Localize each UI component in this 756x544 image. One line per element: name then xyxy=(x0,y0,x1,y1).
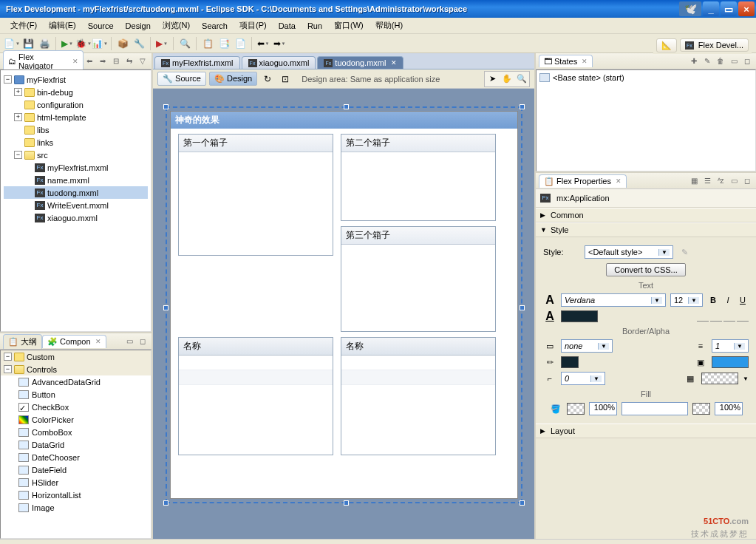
editor-tab[interactable]: Fxxiaoguo.mxml xyxy=(242,56,316,69)
folder-node[interactable]: +bin-debug xyxy=(4,86,148,98)
menu-design[interactable]: Design xyxy=(120,20,157,32)
component-item[interactable]: ColorPicker xyxy=(1,413,151,426)
menu-icon[interactable]: ▽ xyxy=(137,55,149,67)
folder-node[interactable]: links xyxy=(4,136,148,149)
export-button[interactable]: 📦 xyxy=(115,36,130,51)
text-color-swatch[interactable] xyxy=(561,310,598,322)
expander-icon[interactable]: + xyxy=(14,113,22,121)
datagrid-2[interactable]: 名称 xyxy=(341,337,496,455)
min-icon[interactable]: ▭ xyxy=(728,175,740,187)
menu-project[interactable]: 项目(P) xyxy=(234,18,273,33)
datagrid-1[interactable]: 名称 xyxy=(178,337,333,455)
border-width-combo[interactable]: 1▼ xyxy=(712,339,749,353)
fill-end-swatch[interactable] xyxy=(692,403,710,415)
align-left-icon[interactable] xyxy=(697,311,709,322)
new-state-icon[interactable]: ✚ xyxy=(688,55,700,67)
delete-state-icon[interactable]: 🗑 xyxy=(715,55,726,67)
link-icon[interactable]: ⇆ xyxy=(123,55,135,67)
editor-tab[interactable]: FxmyFlexfrist.mxml xyxy=(154,56,240,69)
design-canvas-area[interactable]: 神奇的效果 第一个箱子 第二个箱子 第三个箱子 名称 名称 xyxy=(153,89,534,539)
convert-css-button[interactable]: Convert to CSS... xyxy=(606,263,686,276)
underline-button[interactable]: U xyxy=(737,296,749,305)
max-icon[interactable]: ◻ xyxy=(741,175,753,187)
max-icon[interactable]: ◻ xyxy=(741,55,753,67)
align-center-icon[interactable] xyxy=(710,311,722,322)
component-item[interactable]: AdvancedDataGrid xyxy=(1,375,151,388)
menu-file[interactable]: 文件(F) xyxy=(4,18,43,33)
section-layout[interactable]: ▶Layout xyxy=(536,424,756,438)
fill-start-swatch[interactable] xyxy=(567,403,585,415)
expander-icon[interactable]: + xyxy=(14,88,22,96)
outline-tab[interactable]: 📋大纲 xyxy=(3,334,42,349)
properties-tab[interactable]: 📋Flex Properties✕ xyxy=(539,174,627,188)
min-icon[interactable]: ▭ xyxy=(123,336,135,347)
profile-button[interactable]: 📊▼ xyxy=(92,36,107,51)
states-list[interactable]: <Base state> (start) xyxy=(536,69,756,171)
folder-node[interactable]: configuration xyxy=(4,98,148,111)
menu-help[interactable]: 帮助(H) xyxy=(370,18,409,33)
min-icon[interactable]: ▭ xyxy=(728,55,740,67)
font-color-icon[interactable]: A xyxy=(543,294,556,306)
file-node[interactable]: FxmyFlexfrist.mxml xyxy=(4,161,148,174)
section-style[interactable]: ▼Style xyxy=(536,222,756,237)
pointer-tool[interactable]: ➤ xyxy=(486,72,499,86)
expander-icon[interactable]: − xyxy=(4,353,12,361)
max-icon[interactable]: ◻ xyxy=(137,336,149,347)
expander-icon[interactable]: − xyxy=(4,75,12,84)
component-item[interactable]: HSlider xyxy=(1,476,151,489)
print-button[interactable]: 🖨️ xyxy=(37,36,52,51)
panel-box-1[interactable]: 第一个箱子 xyxy=(178,134,333,256)
grid-column-header[interactable]: 名称 xyxy=(341,338,495,356)
debug-button[interactable]: 🐞▼ xyxy=(76,36,91,51)
component-item[interactable]: HorizontalList xyxy=(1,489,151,501)
back-button[interactable]: ⬅▼ xyxy=(256,36,270,51)
file-node[interactable]: Fxname.mxml xyxy=(4,174,148,186)
component-item[interactable]: DateField xyxy=(1,463,151,476)
standard-view-icon[interactable]: ▦ xyxy=(688,175,700,187)
hand-tool[interactable]: ✋ xyxy=(500,72,514,86)
menu-edit[interactable]: 编辑(E) xyxy=(43,18,82,33)
minimize-button[interactable]: _ xyxy=(703,1,719,16)
design-mode-button[interactable]: 🎨 Design xyxy=(209,72,257,86)
open-perspective-button[interactable]: 📐 xyxy=(656,38,677,52)
base-state-item[interactable]: <Base state> (start) xyxy=(539,73,752,82)
navigator-tree[interactable]: −myFlexfrist +bin-debug configuration +h… xyxy=(0,69,151,332)
file-node[interactable]: FxWriteEvent.mxml xyxy=(4,199,148,211)
close-icon[interactable]: ✕ xyxy=(72,58,78,65)
group-controls[interactable]: −Controls xyxy=(1,363,151,375)
menu-run[interactable]: Run xyxy=(302,20,328,32)
align-justify-icon[interactable] xyxy=(737,311,749,322)
alpha-view-icon[interactable]: ᴬz xyxy=(715,175,726,187)
menu-source[interactable]: Source xyxy=(82,20,120,32)
close-button[interactable]: × xyxy=(738,1,755,16)
edit-state-icon[interactable]: ✎ xyxy=(701,55,713,67)
ext-tools-button[interactable]: ▶▼ xyxy=(154,36,169,51)
application-canvas[interactable]: 神奇的效果 第一个箱子 第二个箱子 第三个箱子 名称 名称 xyxy=(170,111,518,499)
flex-perspective-button[interactable]: FxFlex Devel... xyxy=(680,38,749,52)
states-tab[interactable]: 🗔States✕ xyxy=(539,55,593,67)
close-icon[interactable]: ✕ xyxy=(582,58,588,65)
navigator-tab[interactable]: 🗂Flex Navigator✕ xyxy=(3,50,84,72)
expander-icon[interactable]: − xyxy=(4,365,12,373)
component-item[interactable]: DateChooser xyxy=(1,451,151,463)
italic-button[interactable]: I xyxy=(722,296,734,305)
text-color-icon[interactable]: A xyxy=(543,310,556,322)
component-item[interactable]: Button xyxy=(1,388,151,401)
panel-box-3[interactable]: 第三个箱子 xyxy=(341,226,496,332)
category-view-icon[interactable]: ☰ xyxy=(701,175,713,187)
border-color-swatch[interactable] xyxy=(561,356,579,368)
source-mode-button[interactable]: 🔧 Source xyxy=(157,72,206,86)
alpha-swatch[interactable] xyxy=(701,373,738,384)
nav-button-3[interactable]: 📄 xyxy=(233,36,248,51)
maximize-button[interactable]: ▭ xyxy=(721,1,737,16)
menu-window[interactable]: 窗口(W) xyxy=(328,18,370,33)
border-style-combo[interactable]: none▼ xyxy=(561,339,613,353)
nav-button-1[interactable]: 📋 xyxy=(200,36,215,51)
components-tab[interactable]: 🧩Compon✕ xyxy=(42,335,106,348)
save-button[interactable]: 💾 xyxy=(21,36,35,51)
tool-button[interactable]: 🔧 xyxy=(132,36,146,51)
menu-search[interactable]: Search xyxy=(196,20,234,32)
close-icon[interactable]: ✕ xyxy=(95,338,101,345)
collapse-icon[interactable]: ⊟ xyxy=(110,55,122,67)
component-item[interactable]: Image xyxy=(1,501,151,514)
